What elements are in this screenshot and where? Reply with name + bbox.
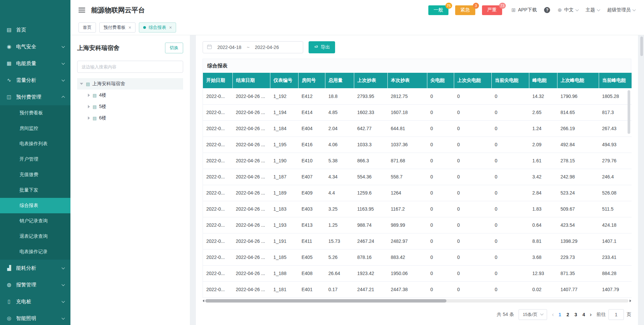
table-row[interactable]: 2022-0...2022-04-26 ...1_194E4144.851602… [203, 104, 632, 120]
table-cell: 1_192 [270, 88, 298, 104]
table-row[interactable]: 2022-0...2022-04-26 ...1_184E4042.04642.… [203, 120, 632, 137]
table-cell: E407 [298, 169, 325, 185]
table-row[interactable]: 2022-0...2022-04-26 ...1_188E40826.64192… [203, 265, 632, 281]
horizontal-scrollbar-thumb[interactable] [205, 299, 446, 303]
column-header: 开始日期 [203, 73, 232, 88]
next-page-button[interactable]: › [590, 312, 592, 317]
report-panel: 2022-04-18 ~ 2022-04-26 导出 综合报表 [196, 35, 638, 325]
language-select[interactable]: ⊕ 中文 [557, 7, 578, 13]
page-size-select[interactable]: 15条/页 [519, 309, 547, 320]
table-cell: 0.64 [529, 217, 557, 233]
export-button[interactable]: 导出 [309, 41, 335, 53]
page-button-2[interactable]: 2 [567, 312, 569, 317]
tree-search-input[interactable] [77, 61, 183, 73]
sidebar-subitem-meter-operation-record[interactable]: 电表操作记录 [0, 244, 70, 260]
goto-page-input[interactable] [608, 309, 624, 320]
sidebar-item-alarm-management[interactable]: ◍报警管理 [0, 276, 70, 293]
table-cell: 2793.95 [354, 88, 387, 104]
table-cell: 0 [491, 88, 529, 104]
tab-home[interactable]: 首页 [78, 22, 96, 33]
alert-general-button[interactable]: 一般75 [428, 5, 448, 15]
theme-select[interactable]: 主题 [586, 7, 600, 13]
table-cell: 1398.29 [557, 233, 599, 249]
date-range-picker[interactable]: 2022-04-18 ~ 2022-04-26 [203, 41, 303, 53]
sidebar-subitem-recharge-payment[interactable]: 充值缴费 [0, 167, 70, 182]
table-cell: 2022-0... [203, 265, 232, 281]
sidebar-item-electrical-safety[interactable]: ◉电气安全 [0, 38, 70, 55]
sidebar-subitem-account-closure-query[interactable]: 销户记录查询 [0, 213, 70, 229]
sidebar-item-charging-pile[interactable]: ▯充电桩 [0, 293, 70, 310]
tree-node-0[interactable]: ▤4楼 [77, 90, 183, 101]
close-icon[interactable]: × [169, 25, 172, 30]
chevron-down-icon [62, 283, 65, 286]
page-button-1[interactable]: 1 [558, 312, 561, 317]
table-row[interactable]: 2022-0...2022-04-26 ...1_189E4094.41259.… [203, 185, 632, 201]
tab-comprehensive-report[interactable]: 综合报表× [139, 22, 176, 33]
sidebar-subitem-meter-return-query[interactable]: 退表记录查询 [0, 229, 70, 244]
tab-prepaid-dashboard[interactable]: 预付费看板× [99, 22, 136, 33]
table-cell: 884.28 [599, 265, 632, 281]
table-cell: 2022-04-26 ... [232, 169, 270, 185]
table-cell: 8.81 [529, 233, 557, 249]
table-row[interactable]: 2022-0...2022-04-26 ...1_193E4131.25988.… [203, 217, 632, 233]
table-cell: 1407.1 [599, 233, 632, 249]
prev-page-button[interactable]: ‹ [552, 312, 554, 317]
table-row[interactable]: 2022-0...2022-04-26 ...1_190E4105.38866.… [203, 153, 632, 169]
tree-node-1[interactable]: ▤5楼 [77, 101, 183, 112]
sidebar-subitem-account-opening[interactable]: 开户管理 [0, 152, 70, 167]
tree-node-root[interactable]: ▤ 上海安科瑞宿舍 [77, 78, 183, 90]
theme-label: 主题 [586, 7, 595, 13]
table-cell: 558.7 [387, 169, 427, 185]
sidebar-subitem-prepaid-dashboard[interactable]: 预付费看板 [0, 105, 70, 121]
alarm-icon: ◍ [6, 282, 12, 288]
app-download-label: APP下载 [518, 7, 537, 13]
scroll-right-arrow-icon[interactable] [630, 300, 631, 302]
tree-node-2[interactable]: ▤6楼 [77, 112, 183, 124]
switch-site-button[interactable]: 切换 [165, 43, 183, 53]
alert-severe-button[interactable]: 严重73 [482, 5, 502, 15]
table-row[interactable]: 2022-0...2022-04-26 ...1_195E4164.061033… [203, 137, 632, 153]
table-cell: 866.3 [354, 153, 387, 169]
table-cell: 0 [427, 169, 454, 185]
table-cell: 1259.6 [354, 185, 387, 201]
user-menu[interactable]: 超级管理员 [607, 7, 635, 13]
table-vertical-scrollbar[interactable] [628, 90, 630, 134]
table-row[interactable]: 2022-0...2022-04-26 ...1_183E4033.251163… [203, 201, 632, 217]
sidebar-item-demand-analysis[interactable]: ∿需量分析 [0, 72, 70, 89]
sidebar-subitem-batch-issue[interactable]: 批量下发 [0, 182, 70, 198]
table-cell: 1.83 [529, 201, 557, 217]
help-icon[interactable]: ? [544, 7, 550, 13]
page-button-4[interactable]: 4 [583, 312, 585, 317]
table-cell: 267.43 [599, 120, 632, 137]
table-row[interactable]: 2022-0...2022-04-26 ...1_181E4010.172447… [203, 281, 632, 297]
sidebar-item-smart-lighting[interactable]: ◎智能照明 [0, 310, 70, 325]
menu-collapse-icon[interactable] [78, 6, 85, 14]
page-button-3[interactable]: 3 [575, 312, 577, 317]
table-row[interactable]: 2022-0...2022-04-26 ...1_191E41115.73246… [203, 233, 632, 249]
sidebar-subitem-comprehensive-report[interactable]: 综合报表 [0, 198, 70, 213]
table-row[interactable]: 2022-0...2022-04-26 ...1_187E4074.34554.… [203, 169, 632, 185]
date-end: 2022-04-26 [255, 45, 279, 50]
close-icon[interactable]: × [128, 25, 131, 30]
app-download-link[interactable]: ⊞ APP下载 [512, 7, 537, 13]
table-cell: 2022-04-26 ... [232, 104, 270, 120]
horizontal-scrollbar[interactable] [205, 299, 629, 303]
table-cell: 1.61 [529, 153, 557, 169]
sidebar-item-home[interactable]: ▤首页 [0, 21, 70, 38]
table-cell: 2022-0... [203, 281, 232, 297]
sidebar-item-prepaid-management[interactable]: ◫预付费管理 [0, 89, 70, 105]
sidebar-item-power-quality[interactable]: ▦电能质量 [0, 55, 70, 72]
demand-analysis-icon: ∿ [6, 77, 12, 83]
sidebar-subitem-room-monitor[interactable]: 房间监控 [0, 121, 70, 136]
sidebar-subitem-meter-operation-list[interactable]: 电表操作列表 [0, 136, 70, 152]
alert-urgent-button[interactable]: 紧急3 [455, 5, 475, 15]
scroll-left-arrow-icon[interactable] [203, 300, 204, 302]
page-scrollbar[interactable] [640, 37, 643, 56]
sidebar-item-energy-analysis[interactable]: ▟能耗分析 [0, 260, 70, 276]
table-cell: 2022-04-26 ... [232, 153, 270, 169]
table-row[interactable]: 2022-0...2022-04-26 ...1_192E41218.82793… [203, 88, 632, 104]
table-cell: 494.93 [599, 137, 632, 153]
table-cell: 523.24 [557, 185, 599, 201]
table-row[interactable]: 2022-0...2022-04-26 ...1_185E4055.26878.… [203, 249, 632, 265]
building-icon: ▤ [93, 93, 97, 98]
